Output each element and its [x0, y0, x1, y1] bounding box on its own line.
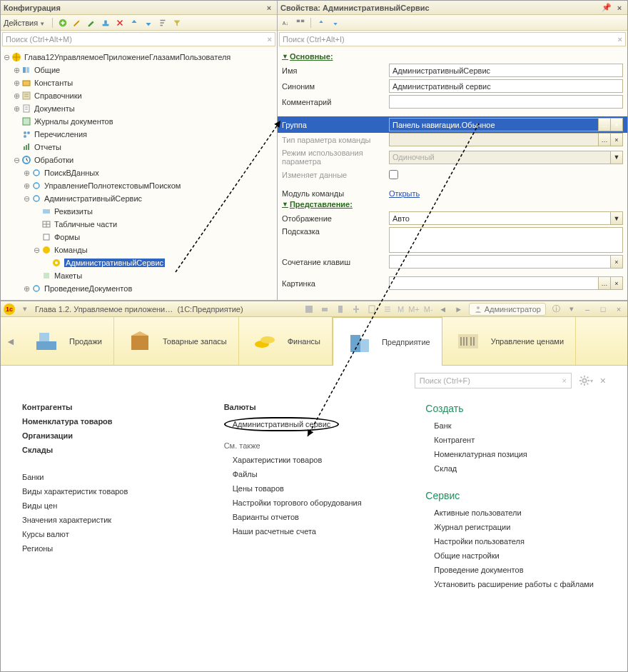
input-hint[interactable]: [389, 227, 623, 253]
input-name[interactable]: АдминистративныйСервис: [389, 64, 623, 77]
choose-button[interactable]: …: [598, 118, 611, 131]
wand-icon[interactable]: [71, 17, 83, 29]
section-main[interactable]: ▼Основные:: [282, 52, 623, 61]
tree-item[interactable]: Константы: [34, 79, 73, 87]
compare-icon[interactable]: [350, 304, 362, 315]
close-icon[interactable]: ×: [614, 3, 624, 13]
close-icon[interactable]: ×: [613, 304, 624, 315]
info-icon[interactable]: ⓘ: [550, 304, 562, 315]
clear-search-icon[interactable]: ×: [618, 35, 622, 44]
nav-link[interactable]: Склад: [434, 464, 606, 473]
nav-link[interactable]: Банки: [22, 473, 203, 481]
up-icon[interactable]: [128, 17, 140, 29]
tree-item[interactable]: ПроведениеДокументов: [44, 284, 132, 293]
nav-link[interactable]: Проведение документов: [434, 566, 606, 574]
delete-icon[interactable]: [114, 17, 126, 29]
nav-link-admin-service[interactable]: Административный сервис: [224, 417, 405, 431]
list-icon[interactable]: [382, 304, 393, 315]
nav-link[interactable]: Склады: [22, 446, 203, 454]
tree-item[interactable]: Обработки: [34, 156, 74, 164]
clear-search-icon[interactable]: ×: [268, 35, 272, 44]
gear-icon[interactable]: ▾: [579, 373, 593, 388]
nav-link[interactable]: Виды характеристик товаров: [22, 487, 203, 496]
choose-button[interactable]: …: [598, 276, 611, 290]
add-icon[interactable]: [57, 17, 69, 29]
actions-menu[interactable]: Действия▼: [4, 19, 48, 27]
stamp-icon[interactable]: [100, 17, 111, 29]
pin-icon[interactable]: 📌: [602, 3, 612, 13]
clear-search-icon[interactable]: ×: [562, 376, 566, 385]
nav-link[interactable]: Виды цен: [22, 501, 203, 510]
clear-button[interactable]: ×: [610, 118, 623, 131]
nav-link[interactable]: Валюты: [224, 403, 405, 411]
dropdown-button[interactable]: ▼: [610, 211, 623, 225]
nav-link[interactable]: Общие настройки: [434, 551, 606, 560]
menu-dropdown-icon[interactable]: ▾: [566, 304, 577, 315]
m-button[interactable]: M: [397, 304, 404, 315]
clear-button[interactable]: ×: [610, 255, 623, 269]
choose-button[interactable]: …: [598, 133, 611, 146]
nav-link[interactable]: Контрагент: [434, 436, 606, 444]
print-icon[interactable]: [319, 304, 330, 315]
tree-item[interactable]: ПоискВДанных: [44, 169, 99, 177]
category-icon[interactable]: [295, 17, 306, 29]
clear-button[interactable]: ×: [610, 133, 623, 146]
nav-link[interactable]: Регионы: [22, 544, 203, 553]
sort-icon[interactable]: [157, 17, 168, 29]
doc-icon[interactable]: [335, 304, 346, 315]
save-icon[interactable]: [303, 304, 315, 315]
tree-item[interactable]: Формы: [54, 233, 80, 241]
nav-link[interactable]: Наши расчетные счета: [233, 527, 405, 536]
input-picture[interactable]: [389, 276, 599, 290]
props-search[interactable]: Поиск (Ctrl+Alt+I) ×: [279, 32, 626, 46]
input-comment[interactable]: [389, 95, 623, 109]
nav-link[interactable]: Номенклатура товаров: [22, 417, 203, 426]
maximize-icon[interactable]: □: [597, 304, 609, 315]
nav-link[interactable]: Варианты отчетов: [233, 513, 405, 521]
clear-button[interactable]: ×: [610, 276, 623, 290]
close-icon[interactable]: ×: [264, 3, 274, 13]
tree-item[interactable]: Реквизиты: [54, 207, 93, 216]
config-search[interactable]: Поиск (Ctrl+Alt+M) ×: [2, 32, 275, 46]
down-icon[interactable]: [143, 17, 154, 29]
nav-link[interactable]: Активные пользователи: [434, 508, 606, 517]
nav-link[interactable]: Организации: [22, 431, 203, 440]
edit-icon[interactable]: [86, 17, 97, 29]
tree-item[interactable]: Справочники: [34, 91, 82, 100]
m-minus-button[interactable]: M-: [424, 304, 433, 315]
tab-pricing[interactable]: Управление ценами: [442, 317, 576, 365]
tree-item[interactable]: Общие: [34, 66, 60, 74]
calc-icon[interactable]: [366, 304, 378, 315]
input-synonym[interactable]: Административный сервис: [389, 79, 623, 93]
config-tree[interactable]: ⊖Глава12УправляемоеПриложениеГлазамиПоль…: [1, 48, 277, 300]
section-presentation[interactable]: ▼Представление:: [282, 200, 623, 209]
forward-icon[interactable]: ►: [453, 304, 465, 315]
nav-link[interactable]: Файлы: [233, 470, 405, 478]
user-chip[interactable]: Администратор: [469, 303, 546, 316]
input-shortcut[interactable]: [389, 255, 611, 269]
tree-root[interactable]: Глава12УправляемоеПриложениеГлазамиПольз…: [24, 53, 231, 61]
nav-dropdown-icon[interactable]: ▾: [19, 304, 31, 315]
back-icon[interactable]: ◄: [437, 304, 449, 315]
tab-sales[interactable]: Продажи: [21, 317, 114, 365]
tree-item[interactable]: Отчеты: [34, 143, 61, 151]
down-icon[interactable]: [330, 17, 341, 29]
nav-link[interactable]: Курсы валют: [22, 530, 203, 538]
nav-link[interactable]: Номенклатурная позиция: [434, 450, 606, 458]
tree-item[interactable]: Команды: [54, 246, 88, 254]
tab-inventory[interactable]: Товарные запасы: [114, 317, 239, 365]
sort-alpha-icon[interactable]: A↓: [280, 17, 292, 29]
tab-enterprise[interactable]: Предприятие: [333, 317, 442, 366]
up-icon[interactable]: [315, 17, 327, 29]
nav-link[interactable]: Банк: [434, 421, 606, 430]
nav-back-icon[interactable]: ◄: [1, 317, 21, 365]
tab-finance[interactable]: Финансы: [239, 317, 333, 365]
nav-link[interactable]: Цены товаров: [233, 484, 405, 493]
nav-link[interactable]: Контрагенты: [22, 403, 203, 411]
tree-selected[interactable]: АдминистративныйСервис: [64, 259, 165, 267]
nav-link[interactable]: Характеристики товаров: [233, 456, 405, 464]
tree-item[interactable]: АдминистративныйСервис: [44, 194, 142, 203]
tree-item[interactable]: Табличные части: [54, 220, 117, 229]
nav-link[interactable]: Значения характеристик: [22, 516, 203, 524]
minimize-icon[interactable]: –: [582, 304, 593, 315]
